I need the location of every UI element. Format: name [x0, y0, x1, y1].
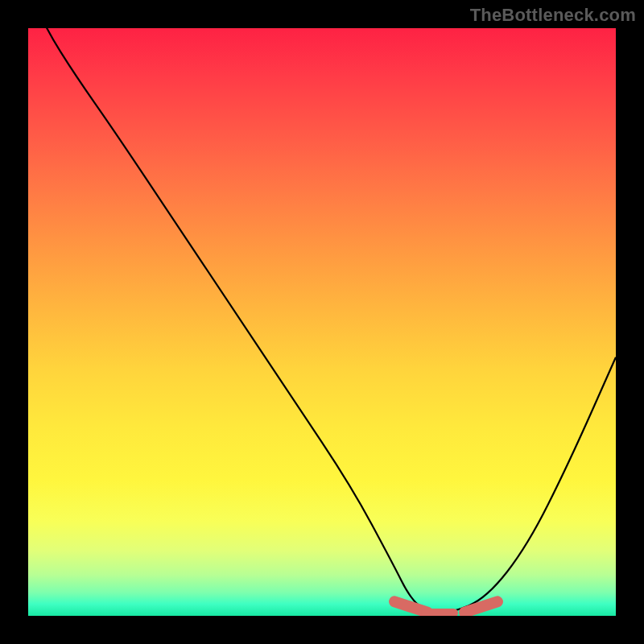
optimal-marker-mid — [421, 609, 458, 616]
watermark-text: TheBottleneck.com — [470, 5, 636, 26]
plot-area — [28, 28, 616, 616]
bottleneck-curve — [28, 28, 616, 616]
chart-container: TheBottleneck.com — [0, 0, 644, 644]
